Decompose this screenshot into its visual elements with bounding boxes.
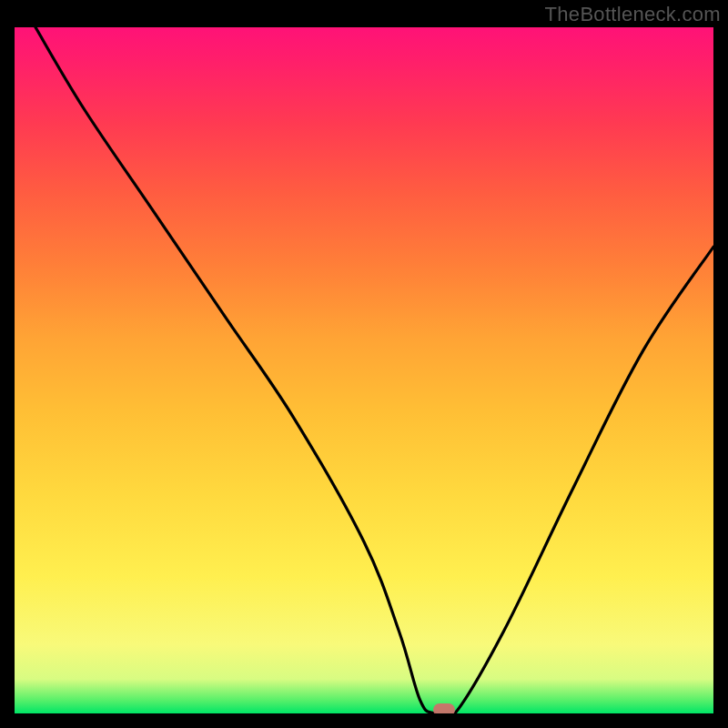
bottleneck-curve [15,27,713,713]
plot-area [15,27,713,713]
watermark-text: TheBottleneck.com [545,3,721,26]
optimum-marker [433,703,455,713]
chart-frame: TheBottleneck.com [0,0,728,728]
